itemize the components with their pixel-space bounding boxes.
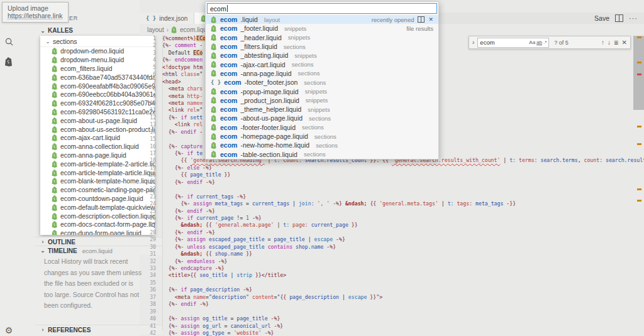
file-tree-item[interactable]: ecom-cosmetic-landing-page-page.liquid <box>40 186 155 195</box>
quickopen-item[interactable]: ecom_header.liquidsnippets <box>206 33 438 42</box>
file-name: -footer-footer.liquid <box>240 124 296 131</box>
file-tree-item[interactable]: ecom-ajax-cart.liquid <box>40 134 155 143</box>
code-line: 36 {%- if page_description -%} <box>140 286 644 293</box>
match-text: ecom <box>224 79 241 86</box>
close-find-icon[interactable]: ✕ <box>622 39 627 46</box>
file-tree-item[interactable]: ecom-690eeafabff4b3ac09065e96-con... <box>40 82 155 90</box>
file-tree-item[interactable]: ecom-dung-form-page.liquid <box>40 229 155 235</box>
quickopen-item[interactable]: ecom-homepage-page.liquidsections <box>206 132 438 141</box>
tab-index-json[interactable]: { } index.json <box>140 13 194 24</box>
file-tree-item[interactable]: ecom-6929804563192c11ca0e2ee2-pr... <box>40 108 155 117</box>
code-line: 35 <box>140 279 644 286</box>
split-editor-icon[interactable] <box>615 14 623 22</box>
match-text: ecom <box>220 24 237 32</box>
file-tree-item[interactable]: dropdown-menu.liquid <box>40 56 155 65</box>
liquid-file-icon <box>211 16 217 23</box>
file-tree-item[interactable]: ecom-article-template-2-article.liquid <box>40 160 155 168</box>
find-in-selection-icon[interactable]: ≣ <box>614 40 619 46</box>
line-content: <meta name= <box>162 100 203 107</box>
quickopen-item[interactable]: ecom-untitled-blog.liquidsections <box>206 159 438 160</box>
file-tree-item[interactable]: ecom-anna-page.liquid <box>40 151 155 160</box>
file-tree-item[interactable]: ecom-about-us-section-product.liquid <box>40 125 155 134</box>
next-match-icon[interactable]: ↓ <box>608 39 611 46</box>
line-content: {%- capture <box>162 143 203 150</box>
open-to-side-icon[interactable] <box>418 16 425 23</box>
file-directory: snippets <box>306 97 328 104</box>
line-content: {%- endif - <box>162 129 203 136</box>
chevron-down-icon: ⌄ <box>40 28 45 34</box>
file-name: -footer_footer.json <box>245 79 298 86</box>
line-number: 28 <box>140 229 162 236</box>
find-input[interactable]: ecom Aa ab .* <box>477 38 549 48</box>
liquid-file-icon <box>52 143 58 150</box>
more-actions-icon[interactable]: ··· <box>629 14 638 22</box>
file-tree-item[interactable]: ecom-docs-contact-form-page.liquid <box>40 220 155 229</box>
breadcrumb-folder[interactable]: layout <box>147 26 164 33</box>
quickopen-item[interactable]: { }ecom-footer_footer.jsonsections <box>206 78 438 87</box>
file-tree-item[interactable]: ecom-description-collection.liquid <box>40 212 155 220</box>
match-case-icon[interactable]: Aa <box>529 40 535 45</box>
quickopen-item[interactable]: ecom-new-home-home.liquidsections <box>206 141 438 149</box>
remove-from-recent-icon[interactable]: ✕ <box>428 16 433 23</box>
file-tree-item[interactable]: ecom-about-us-page.liquid <box>40 116 155 125</box>
file-tree-item[interactable]: ecom-690eebcc06bb404a39061e92-c... <box>40 90 155 99</box>
liquid-file-icon <box>52 117 58 124</box>
line-content: {%- unless escaped_page_title contains s… <box>162 244 336 251</box>
match-text: ecom <box>220 61 237 68</box>
quickopen-item[interactable]: ecom_filters.liquidsections <box>206 42 438 51</box>
code-line: 23 {%- if current_tags -%} <box>140 193 644 200</box>
toggle-replace-icon[interactable]: › <box>472 39 474 46</box>
quick-open-input[interactable]: ecom <box>207 3 437 14</box>
quickopen-item[interactable]: ecom_abtesting.liquidsnippets <box>206 51 438 60</box>
line-number: 10 <box>140 100 162 107</box>
file-tree-item[interactable]: ecom-blank-template-home.liquid <box>40 177 155 186</box>
liquid-file-icon <box>171 26 177 33</box>
quickopen-item[interactable]: ecom-footer-footer.liquidsections <box>206 123 438 132</box>
regex-icon[interactable]: .* <box>543 40 547 45</box>
file-tree-item[interactable]: dropdown-demo.liquid <box>40 47 155 56</box>
match-text: ecom <box>220 70 237 77</box>
scrollbar-thumb[interactable] <box>633 36 644 110</box>
line-content: {%- assign og_type = 'website' -%} <box>162 330 274 336</box>
file-name: _product_json.liquid <box>240 97 299 104</box>
folder-sections[interactable]: ⌄ sections <box>40 36 155 47</box>
quickopen-item[interactable]: ecom.liquidlayoutrecently opened✕ <box>206 15 438 24</box>
shopify-icon[interactable] <box>0 53 18 70</box>
code-line: 29 {%- assign escaped_page_title = page_… <box>140 236 644 243</box>
line-number: 18 <box>140 157 162 164</box>
code-line: 33 {%- endcapture -%} <box>140 265 644 272</box>
quickopen-item[interactable]: ecom_product_json.liquidsnippets <box>206 96 438 105</box>
line-content: <meta name="description" content="{{ pag… <box>162 294 382 301</box>
gear-icon[interactable]: ⚙ <box>0 322 18 336</box>
save-button[interactable]: Save <box>594 14 609 22</box>
quickopen-item[interactable]: ecom-about-us-page.liquidsections <box>206 114 438 122</box>
code-line: 39 <box>140 308 644 315</box>
line-number: 24 <box>140 200 162 207</box>
file-tree-item[interactable]: ecom-countdown-page.liquid <box>40 195 155 203</box>
line-number: 33 <box>140 265 162 272</box>
file-name: ecom-about-us-page.liquid <box>60 117 137 124</box>
file-tree-item[interactable]: ecom-default-template-quickview.liquid <box>40 203 155 212</box>
line-content: {%- else -%} <box>162 165 212 171</box>
file-tree-item[interactable]: ecom-636bae740ad53743440fda88-pr... <box>40 73 155 82</box>
quickopen-item[interactable]: ecom-popup-image.liquidsnippets <box>206 87 438 95</box>
file-tree-item[interactable]: ecom-article-template-article.liquid <box>40 168 155 177</box>
quickopen-item[interactable]: ecom_footer.liquidsnippetsfile results <box>206 24 438 33</box>
line-number: 4 <box>140 57 162 63</box>
file-tree-item[interactable]: ecom-69324f06281cc9085e07b4e2-se... <box>40 99 155 108</box>
upload-tooltip: Upload image https://letshare.link <box>2 2 69 23</box>
file-name: -about-us-page.liquid <box>240 114 303 122</box>
whole-word-icon[interactable]: ab <box>536 40 542 45</box>
quickopen-item[interactable]: ecom-table-section.liquidsections <box>206 149 438 158</box>
quickopen-item[interactable]: ecom-ajax-cart.liquidsections <box>206 60 438 68</box>
previous-match-icon[interactable]: ↑ <box>601 39 604 46</box>
file-tree-item[interactable]: ecom-anna-collection.liquid <box>40 143 155 151</box>
chevron-right-icon: › <box>40 239 45 245</box>
search-icon[interactable] <box>0 33 18 50</box>
match-text: ecom <box>220 88 237 95</box>
quickopen-item[interactable]: ecom-anna-page.liquidsections <box>206 69 438 78</box>
line-number: 14 <box>140 129 162 136</box>
code-line: 24 {%- assign meta_tags = current_tags |… <box>140 200 644 207</box>
file-tree-item[interactable]: ecom_filters.liquid <box>40 65 155 73</box>
quickopen-item[interactable]: ecom_theme_helper.liquidsnippets <box>206 105 438 114</box>
